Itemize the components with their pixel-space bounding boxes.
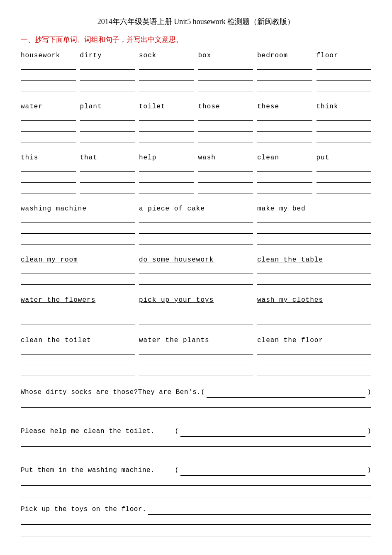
write-line-7[interactable] bbox=[139, 61, 194, 70]
write-line-2[interactable] bbox=[21, 71, 76, 81]
write-line-10[interactable] bbox=[198, 61, 253, 70]
word-wash: wash bbox=[198, 154, 253, 161]
word-cell-dirty: dirty bbox=[80, 52, 135, 93]
phrase-make-my-bed: make my bed bbox=[257, 205, 371, 213]
word-this: this bbox=[21, 154, 76, 161]
word-help: help bbox=[139, 154, 194, 161]
sentence-row-2: Please help me clean the toilet. ( ) bbox=[21, 427, 371, 458]
phrase-cell-washing-machine: washing machine bbox=[21, 205, 135, 246]
phrase-cell-piece-of-cake: a piece of cake bbox=[139, 205, 253, 246]
phrase-cell-clean-my-room: clean my room bbox=[21, 256, 135, 286]
phrase-clean-the-table: clean the table bbox=[257, 256, 371, 264]
write-line-9[interactable] bbox=[139, 82, 194, 91]
word-cell-floor: floor bbox=[317, 52, 372, 93]
word-cell-plant: plant bbox=[80, 103, 135, 144]
write-line-12[interactable] bbox=[198, 82, 253, 91]
word-dirty: dirty bbox=[80, 52, 135, 59]
phrase-cell-water-the-flowers: water the flowers bbox=[21, 296, 135, 327]
phrase-clean-my-room: clean my room bbox=[21, 256, 135, 264]
phrase-clean-the-floor: clean the floor bbox=[257, 337, 371, 344]
word-plant: plant bbox=[80, 103, 135, 110]
word-floor: floor bbox=[317, 52, 372, 59]
phrase-piece-of-cake: a piece of cake bbox=[139, 205, 253, 213]
row5-phrases-grid: clean my room do some housework clean th… bbox=[21, 256, 371, 292]
write-line-18[interactable] bbox=[317, 82, 372, 91]
word-clean: clean bbox=[257, 154, 312, 161]
word-these: these bbox=[257, 103, 312, 110]
phrase-cell-clean-the-toilet: clean the toilet bbox=[21, 337, 135, 378]
word-cell-water: water bbox=[21, 103, 76, 144]
phrase-cell-clean-the-table: clean the table bbox=[257, 256, 371, 286]
word-those: those bbox=[198, 103, 253, 110]
word-cell-box: box bbox=[198, 52, 253, 93]
write-line-14[interactable] bbox=[257, 71, 312, 81]
row6-phrases-grid: water the flowers pick up your toys wash… bbox=[21, 296, 371, 333]
row7-phrases-grid: clean the toilet water the plants clean … bbox=[21, 337, 371, 384]
section-header: 一、抄写下面单词、词组和句子，并写出中文意思。 bbox=[21, 35, 371, 44]
word-cell-those: those bbox=[198, 103, 253, 144]
word-cell-put: put bbox=[317, 154, 372, 195]
phrase-washing-machine: washing machine bbox=[21, 205, 135, 213]
write-line-11[interactable] bbox=[198, 71, 253, 81]
sentence-2-text: Please help me clean the toilet. bbox=[21, 428, 155, 435]
word-water: water bbox=[21, 103, 76, 110]
word-toilet: toilet bbox=[139, 103, 194, 110]
word-sock: sock bbox=[139, 52, 194, 59]
phrase-cell-clean-the-floor: clean the floor bbox=[257, 337, 371, 378]
phrase-pick-up-your-toys: pick up your toys bbox=[139, 296, 253, 304]
word-box: box bbox=[198, 52, 253, 59]
word-cell-toilet: toilet bbox=[139, 103, 194, 144]
word-think: think bbox=[317, 103, 372, 110]
write-line-16[interactable] bbox=[317, 61, 372, 70]
word-cell-clean: clean bbox=[257, 154, 312, 195]
phrase-cell-water-the-plants: water the plants bbox=[139, 337, 253, 378]
sentence-2-mid: ( bbox=[175, 428, 179, 435]
sentence-4-text: Pick up the toys on the floor. bbox=[21, 506, 146, 513]
word-cell-wash: wash bbox=[198, 154, 253, 195]
sentence-row-3: Put them in the washing machine. ( ) bbox=[21, 466, 371, 497]
word-bedroom: bedroom bbox=[257, 52, 312, 59]
phrase-cell-do-some-housework: do some housework bbox=[139, 256, 253, 286]
write-line-15[interactable] bbox=[257, 82, 312, 91]
sentence-1-suffix: ) bbox=[367, 389, 371, 396]
word-cell-think: think bbox=[317, 103, 372, 144]
write-line-3[interactable] bbox=[21, 82, 76, 91]
phrase-wash-my-clothes: wash my clothes bbox=[257, 296, 371, 304]
write-line-8[interactable] bbox=[139, 71, 194, 81]
page-title: 2014年六年级英语上册 Unit5 housework 检测题（新闽教版） bbox=[21, 17, 371, 27]
phrase-do-some-housework: do some housework bbox=[139, 256, 253, 264]
sentence-3-suffix: ) bbox=[367, 467, 371, 474]
word-cell-help: help bbox=[139, 154, 194, 195]
phrase-cell-wash-my-clothes: wash my clothes bbox=[257, 296, 371, 327]
sentence-3-mid: ( bbox=[175, 467, 179, 474]
write-line-17[interactable] bbox=[317, 71, 372, 81]
write-line-5[interactable] bbox=[80, 71, 135, 81]
phrase-water-the-plants: water the plants bbox=[139, 337, 253, 344]
word-cell-sock: sock bbox=[139, 52, 194, 93]
phrase-clean-the-toilet: clean the toilet bbox=[21, 337, 135, 344]
word-that: that bbox=[80, 154, 135, 161]
row4-phrases-grid: washing machine a piece of cake make my … bbox=[21, 205, 371, 252]
sentence-row-1: Whose dirty socks are those?They are Ben… bbox=[21, 388, 371, 419]
write-line-13[interactable] bbox=[257, 61, 312, 70]
row2-words-grid: water plant toilet those these think bbox=[21, 103, 371, 150]
write-line-6[interactable] bbox=[80, 82, 135, 91]
phrase-water-the-flowers: water the flowers bbox=[21, 296, 135, 304]
word-cell-that: that bbox=[80, 154, 135, 195]
word-housework: housework bbox=[21, 52, 76, 59]
write-line-4[interactable] bbox=[80, 61, 135, 70]
sentence-2-suffix: ) bbox=[367, 428, 371, 435]
row1-words-grid: housework dirty sock box bedroom floor bbox=[21, 52, 371, 99]
word-cell-these: these bbox=[257, 103, 312, 144]
word-cell-bedroom: bedroom bbox=[257, 52, 312, 93]
word-cell-housework: housework bbox=[21, 52, 76, 93]
write-line-1[interactable] bbox=[21, 61, 76, 70]
sentence-row-4: Pick up the toys on the floor. bbox=[21, 505, 371, 536]
word-cell-this: this bbox=[21, 154, 76, 195]
sentence-3-text: Put them in the washing machine. bbox=[21, 467, 155, 474]
row3-words-grid: this that help wash clean put bbox=[21, 154, 371, 201]
phrase-cell-make-my-bed: make my bed bbox=[257, 205, 371, 246]
phrase-cell-pick-up-your-toys: pick up your toys bbox=[139, 296, 253, 327]
sentence-1-text: Whose dirty socks are those?They are Ben… bbox=[21, 389, 205, 396]
word-put: put bbox=[317, 154, 372, 161]
